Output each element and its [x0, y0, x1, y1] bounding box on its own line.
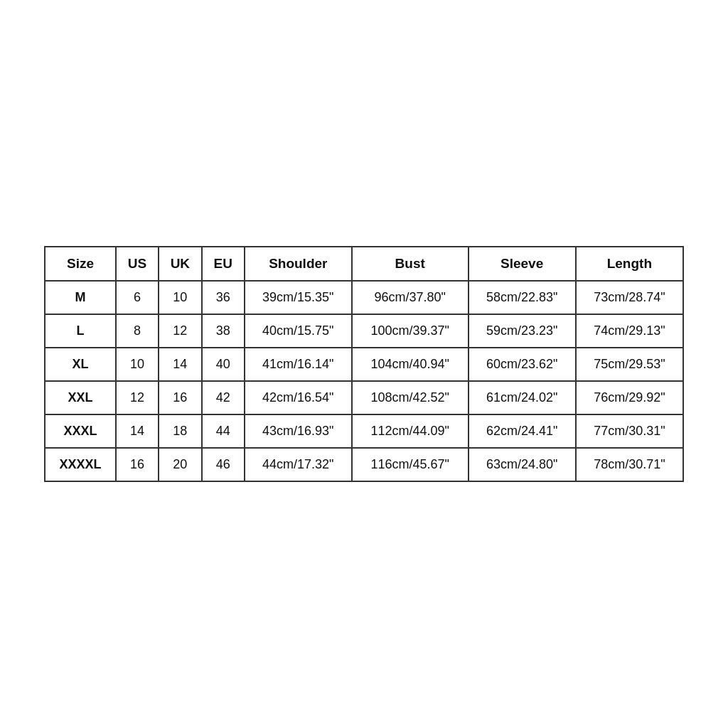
table-cell: 75cm/29.53": [576, 348, 683, 381]
table-cell: 36: [202, 281, 245, 314]
table-cell: 12: [116, 381, 159, 414]
table-header-cell: US: [116, 247, 159, 281]
size-chart-container: SizeUSUKEUShoulderBustSleeveLength M6103…: [44, 246, 684, 482]
table-cell: 42: [202, 381, 245, 414]
table-cell: 60cm/23.62": [469, 348, 576, 381]
table-row: XL10144041cm/16.14"104cm/40.94"60cm/23.6…: [45, 348, 683, 381]
table-cell: 42cm/16.54": [245, 381, 352, 414]
table-cell: XXXL: [45, 414, 116, 448]
table-cell: 73cm/28.74": [576, 281, 683, 314]
table-cell: 40: [202, 348, 245, 381]
table-cell: 104cm/40.94": [352, 348, 469, 381]
table-cell: 100cm/39.37": [352, 314, 469, 348]
table-cell: 78cm/30.71": [576, 448, 683, 481]
table-cell: 40cm/15.75": [245, 314, 352, 348]
table-cell: XXL: [45, 381, 116, 414]
table-cell: L: [45, 314, 116, 348]
table-cell: 14: [159, 348, 202, 381]
table-row: XXXL14184443cm/16.93"112cm/44.09"62cm/24…: [45, 414, 683, 448]
table-cell: 63cm/24.80": [469, 448, 576, 481]
table-row: M6103639cm/15.35"96cm/37.80"58cm/22.83"7…: [45, 281, 683, 314]
table-header-row: SizeUSUKEUShoulderBustSleeveLength: [45, 247, 683, 281]
table-cell: 12: [159, 314, 202, 348]
table-row: L8123840cm/15.75"100cm/39.37"59cm/23.23"…: [45, 314, 683, 348]
table-cell: XXXXL: [45, 448, 116, 481]
table-cell: 6: [116, 281, 159, 314]
table-cell: 38: [202, 314, 245, 348]
table-cell: 20: [159, 448, 202, 481]
table-cell: 76cm/29.92": [576, 381, 683, 414]
table-cell: 116cm/45.67": [352, 448, 469, 481]
table-cell: 108cm/42.52": [352, 381, 469, 414]
table-header-cell: EU: [202, 247, 245, 281]
table-header-cell: Bust: [352, 247, 469, 281]
page-wrapper: SizeUSUKEUShoulderBustSleeveLength M6103…: [0, 0, 728, 728]
table-cell: 41cm/16.14": [245, 348, 352, 381]
table-cell: 74cm/29.13": [576, 314, 683, 348]
table-cell: 46: [202, 448, 245, 481]
table-cell: 43cm/16.93": [245, 414, 352, 448]
table-cell: 62cm/24.41": [469, 414, 576, 448]
table-cell: 16: [116, 448, 159, 481]
table-cell: 44cm/17.32": [245, 448, 352, 481]
table-cell: 18: [159, 414, 202, 448]
table-header-cell: UK: [159, 247, 202, 281]
table-row: XXXXL16204644cm/17.32"116cm/45.67"63cm/2…: [45, 448, 683, 481]
table-header-cell: Size: [45, 247, 116, 281]
table-cell: 10: [159, 281, 202, 314]
table-cell: 16: [159, 381, 202, 414]
table-cell: 96cm/37.80": [352, 281, 469, 314]
table-cell: 77cm/30.31": [576, 414, 683, 448]
size-chart-table: SizeUSUKEUShoulderBustSleeveLength M6103…: [44, 246, 684, 482]
table-cell: 112cm/44.09": [352, 414, 469, 448]
table-header-cell: Length: [576, 247, 683, 281]
table-cell: 58cm/22.83": [469, 281, 576, 314]
table-header-cell: Sleeve: [469, 247, 576, 281]
table-cell: 44: [202, 414, 245, 448]
table-cell: 14: [116, 414, 159, 448]
table-cell: M: [45, 281, 116, 314]
table-cell: 61cm/24.02": [469, 381, 576, 414]
table-cell: 8: [116, 314, 159, 348]
table-cell: 10: [116, 348, 159, 381]
table-row: XXL12164242cm/16.54"108cm/42.52"61cm/24.…: [45, 381, 683, 414]
table-cell: 39cm/15.35": [245, 281, 352, 314]
table-cell: XL: [45, 348, 116, 381]
table-cell: 59cm/23.23": [469, 314, 576, 348]
table-header-cell: Shoulder: [245, 247, 352, 281]
